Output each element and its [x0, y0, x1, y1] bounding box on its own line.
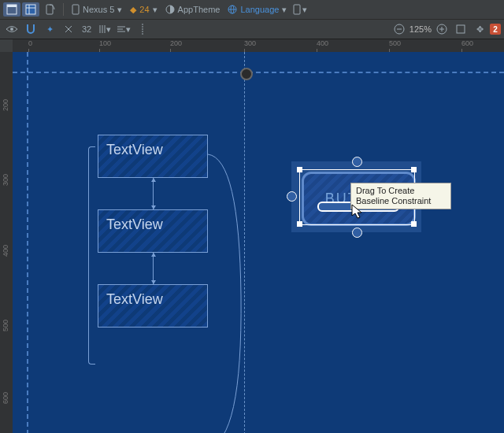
wand-icon[interactable]: ✦	[41, 22, 58, 36]
zoom-in-icon[interactable]	[433, 22, 450, 36]
status-bar-dot	[240, 68, 253, 80]
variant-picker[interactable]: ▾	[291, 2, 309, 17]
magnet-icon[interactable]	[22, 22, 39, 36]
api-label: 24	[139, 5, 149, 14]
clear-constraints-icon[interactable]	[60, 22, 77, 36]
ruler-horizontal: 0 100 200 300 400 500 600	[13, 39, 504, 53]
resize-handle-nw[interactable]	[297, 167, 302, 172]
svg-rect-11	[294, 5, 300, 14]
align-icon[interactable]: ▾	[115, 22, 132, 36]
tooltip: Drag To Create Baseline Constraint	[350, 183, 451, 209]
eye-icon[interactable]	[3, 22, 20, 36]
chain-link	[153, 178, 154, 209]
dropdown-caret-icon: ▾	[282, 5, 287, 15]
dropdown-caret-icon: ▾	[153, 5, 158, 15]
resize-handle-se[interactable]	[411, 221, 417, 227]
constraint-handle-left[interactable]	[287, 191, 297, 202]
pack-icon[interactable]: ▾	[96, 22, 113, 36]
svg-point-12	[10, 28, 13, 31]
svg-rect-5	[46, 5, 53, 14]
device-picker[interactable]: Nexus 5 ▾	[69, 2, 125, 17]
constraint-curve	[208, 154, 255, 433]
default-margin-value[interactable]: 32	[79, 24, 94, 34]
warnings-badge[interactable]: 2	[490, 24, 501, 35]
theme-label: AppTheme	[178, 5, 220, 14]
blueprint-canvas[interactable]: TextView TextView TextView BUTTON Drag T…	[13, 52, 504, 433]
layout-bound-top	[13, 72, 504, 73]
svg-rect-1	[7, 5, 17, 7]
cursor-icon	[351, 204, 364, 220]
config-toolbar: Nexus 5 ▾ ◆ 24 ▾ AppTheme Language ▾ ▾	[0, 0, 504, 20]
button-widget[interactable]: BUTTON Drag To Create Baseline Constrain…	[291, 161, 421, 232]
fit-icon[interactable]	[452, 22, 469, 36]
svg-rect-27	[457, 25, 465, 33]
svg-rect-2	[26, 5, 35, 14]
orientation-icon[interactable]	[41, 2, 58, 17]
guideline-icon[interactable]	[134, 22, 151, 36]
textview-3[interactable]: TextView	[98, 284, 208, 328]
device-label: Nexus 5	[83, 5, 114, 14]
textview-1[interactable]: TextView	[98, 135, 208, 178]
editor-toolbar: ✦ 32 ▾ ▾ 125% ✥ 2	[0, 20, 504, 39]
textview-2[interactable]: TextView	[98, 209, 208, 253]
resize-handle-ne[interactable]	[411, 167, 417, 172]
api-picker[interactable]: ◆ 24 ▾	[127, 2, 160, 17]
api-icon: ◆	[130, 5, 136, 15]
zoom-out-icon[interactable]	[391, 22, 408, 36]
zoom-level[interactable]: 125%	[410, 24, 432, 34]
svg-rect-6	[72, 5, 79, 14]
resize-handle-sw[interactable]	[297, 221, 302, 227]
chain-bracket	[88, 146, 95, 365]
theme-picker[interactable]: AppTheme	[162, 2, 224, 17]
chain-link	[153, 253, 154, 284]
blueprint-surface-icon[interactable]	[22, 2, 39, 17]
layout-bound-left	[27, 52, 28, 433]
constraint-handle-bottom[interactable]	[352, 228, 362, 238]
constraint-handle-top[interactable]	[352, 157, 362, 167]
pan-icon[interactable]: ✥	[471, 22, 488, 36]
locale-picker[interactable]: Language ▾	[224, 2, 290, 17]
workspace: 0 100 200 300 400 500 600 200 300 400 50…	[0, 39, 504, 433]
ruler-vertical: 200 300 400 500 600	[0, 52, 13, 433]
design-surface-icon[interactable]	[3, 2, 20, 17]
dropdown-caret-icon: ▾	[117, 5, 122, 15]
locale-label: Language	[240, 5, 279, 14]
